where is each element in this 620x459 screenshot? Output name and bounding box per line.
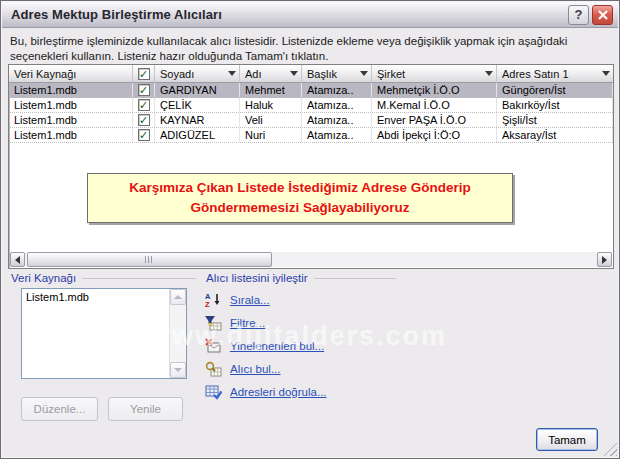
refresh-button[interactable]: Yenile [108,397,183,421]
scroll-left-button[interactable] [10,252,25,267]
cell-company: M.Kemal İ.Ö.O [372,98,497,112]
cell-address: Güngören/İst [497,83,613,97]
column-header-address-line-1[interactable]: Adres Satın 1 [497,65,613,83]
scroll-up-button[interactable] [170,289,186,305]
validate-addresses-icon [205,384,222,400]
cell-data-source: Listem1.mdb [9,98,133,112]
cell-company: Abdi İpekçi İ:Ö:O [372,128,497,142]
data-source-label: Veri Kaynağı [11,272,76,284]
column-header-company[interactable]: Şirket [372,65,497,83]
refine-list-label: Alıcı listesini iyileştir [206,272,308,284]
cell-include[interactable]: ✓ [133,83,155,97]
cell-data-source: Listem1.mdb [9,83,133,97]
cell-company: Enver PAŞA İ.Ö.O [372,113,497,127]
arrow-down-icon [174,368,182,372]
title-bar: Adres Mektup Birleştirme Alıcıları ? [2,2,618,28]
dialog-description: Bu, birleştirme işleminizde kullanılacak… [10,34,612,64]
ok-button[interactable]: Tamam [536,428,598,451]
cell-first-name: Nuri [240,128,302,142]
annotation-callout: Karşımıza Çıkan Listede İstediğimiz Adre… [87,173,513,223]
chevron-down-icon[interactable] [602,71,610,76]
filter-link[interactable]: Filtre... [205,315,265,331]
cell-first-name: Veli [240,113,302,127]
chevron-down-icon[interactable] [360,71,368,76]
validate-addresses-link[interactable]: Adresleri doğrula... [205,384,327,400]
grip-icon [145,256,154,263]
find-recipient-icon [205,361,222,377]
column-header-last-name[interactable]: Soyadı [155,65,240,83]
cell-last-name: ÇELİK [155,98,240,112]
chevron-down-icon[interactable] [290,71,298,76]
cell-title: Atamıza.. [302,113,372,127]
data-source-listbox[interactable]: Listem1.mdb [21,288,187,379]
window-title: Adres Mektup Birleştirme Alıcıları [11,7,565,22]
close-button[interactable] [592,5,613,25]
arrow-left-icon [15,256,20,264]
arrow-right-icon [602,256,607,264]
recipients-table: Veri Kaynağı ✓ Soyadı Adı Başlık Şirket … [8,64,614,269]
checkbox-checked-icon[interactable]: ✓ [138,99,150,111]
arrow-up-icon [174,295,182,299]
cell-title: Atamıza.. [302,98,372,112]
table-header-row: Veri Kaynağı ✓ Soyadı Adı Başlık Şirket … [9,65,613,83]
cell-first-name: Haluk [240,98,302,112]
column-header-first-name[interactable]: Adı [240,65,302,83]
column-header-include-checkbox[interactable]: ✓ [133,65,155,83]
resize-grip-icon[interactable] [603,442,617,456]
refine-group-header: Alıcı listesini iyileştir [206,272,396,284]
cell-address: Aksaray/İst [497,128,613,142]
cell-title: Atamıza.. [302,128,372,142]
list-item[interactable]: Listem1.mdb [26,291,169,303]
table-row[interactable]: Listem1.mdb ✓ ADIGÜZEL Nuri Atamıza.. Ab… [9,128,613,143]
checkbox-checked-icon[interactable]: ✓ [138,114,150,126]
horizontal-scrollbar[interactable] [10,252,612,267]
divider [82,278,196,279]
table-row[interactable]: Listem1.mdb ✓ KAYNAR Veli Atamıza.. Enve… [9,113,613,128]
svg-text:Z: Z [205,300,210,308]
cell-include[interactable]: ✓ [133,128,155,142]
scroll-right-button[interactable] [597,252,612,267]
sort-link[interactable]: A Z Sırala... [205,292,270,308]
scrollbar-thumb[interactable] [27,252,272,267]
cell-data-source: Listem1.mdb [9,128,133,142]
column-header-title[interactable]: Başlık [302,65,372,83]
cell-include[interactable]: ✓ [133,113,155,127]
column-header-data-source[interactable]: Veri Kaynağı [9,65,133,83]
cell-address: Şişli/İst [497,113,613,127]
scroll-down-button[interactable] [170,362,186,378]
cell-company: Mehmetçik İ.Ö.O [372,83,497,97]
cell-last-name: GARDIYAN [155,83,240,97]
cell-last-name: KAYNAR [155,113,240,127]
cell-title: Atamıza.. [302,83,372,97]
chevron-down-icon[interactable] [228,71,236,76]
help-button[interactable]: ? [568,5,589,25]
sort-az-icon: A Z [205,292,222,308]
chevron-down-icon[interactable] [485,71,493,76]
cell-first-name: Mehmet [240,83,302,97]
checkbox-checked-icon[interactable]: ✓ [138,68,150,80]
find-duplicates-icon [205,338,222,354]
checkbox-checked-icon[interactable]: ✓ [138,84,150,96]
cell-last-name: ADIGÜZEL [155,128,240,142]
table-row[interactable]: Listem1.mdb ✓ GARDIYAN Mehmet Atamıza.. … [9,83,613,98]
data-source-group-header: Veri Kaynağı [11,272,196,284]
divider [314,278,396,279]
find-recipient-link[interactable]: Alıcı bul... [205,361,281,377]
scrollbar-track[interactable] [25,252,597,267]
close-icon [598,10,608,20]
mail-merge-recipients-dialog: Adres Mektup Birleştirme Alıcıları ? Bu,… [0,0,620,459]
table-row[interactable]: Listem1.mdb ✓ ÇELİK Haluk Atamıza.. M.Ke… [9,98,613,113]
checkbox-checked-icon[interactable]: ✓ [138,129,150,141]
cell-address: Bakırköy/İst [497,98,613,112]
cell-data-source: Listem1.mdb [9,113,133,127]
find-duplicates-link[interactable]: Yinelenenleri bul... [205,338,324,354]
filter-icon [205,315,222,331]
cell-include[interactable]: ✓ [133,98,155,112]
listbox-vertical-scrollbar[interactable] [169,289,186,378]
edit-button[interactable]: Düzenle... [21,397,98,421]
question-mark-icon: ? [575,7,583,22]
